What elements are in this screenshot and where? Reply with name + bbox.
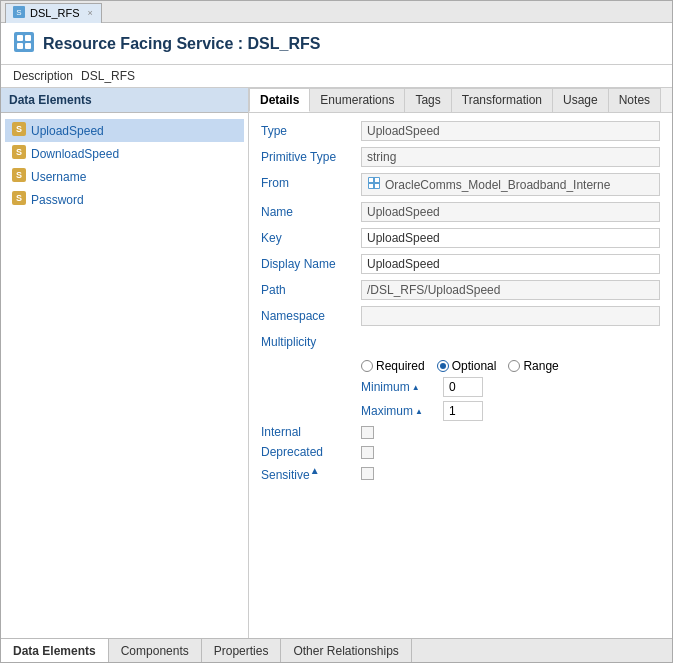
minimum-label: Minimum▲ bbox=[361, 380, 431, 394]
radio-optional-input[interactable] bbox=[437, 360, 449, 372]
display-name-value[interactable]: UploadSpeed bbox=[361, 254, 660, 274]
tree-item-icon-password: S bbox=[11, 190, 27, 209]
from-value: OracleComms_Model_Broadband_Interne bbox=[361, 173, 660, 196]
path-value: /DSL_RFS/UploadSpeed bbox=[361, 280, 660, 300]
radio-required[interactable]: Required bbox=[361, 359, 425, 373]
tab-label: DSL_RFS bbox=[30, 7, 80, 19]
dsl-rfs-tab[interactable]: S DSL_RFS × bbox=[5, 3, 102, 23]
maximum-sup: ▲ bbox=[415, 407, 423, 416]
tab-bar: S DSL_RFS × bbox=[1, 1, 672, 23]
tree-item-icon-username: S bbox=[11, 167, 27, 186]
svg-rect-3 bbox=[17, 35, 23, 41]
radio-optional[interactable]: Optional bbox=[437, 359, 497, 373]
details-content: Type UploadSpeed Primitive Type string F… bbox=[249, 113, 672, 638]
primitive-type-row: Primitive Type string bbox=[261, 147, 660, 167]
tree-item-uploadspeed[interactable]: S UploadSpeed bbox=[5, 119, 244, 142]
from-label: From bbox=[261, 173, 361, 190]
tab-details[interactable]: Details bbox=[249, 88, 310, 112]
tree-list: S UploadSpeed S DownloadSpeed bbox=[1, 113, 248, 638]
svg-rect-19 bbox=[375, 184, 379, 188]
header-icon bbox=[13, 31, 35, 56]
bottom-tab-data-elements[interactable]: Data Elements bbox=[1, 639, 109, 662]
bottom-tab-properties[interactable]: Properties bbox=[202, 639, 282, 662]
bottom-tab-components[interactable]: Components bbox=[109, 639, 202, 662]
sensitive-label: Sensitive▲ bbox=[261, 465, 361, 482]
maximum-input[interactable] bbox=[443, 401, 483, 421]
type-value: UploadSpeed bbox=[361, 121, 660, 141]
namespace-label: Namespace bbox=[261, 306, 361, 323]
page-header: Resource Facing Service : DSL_RFS bbox=[1, 23, 672, 65]
main-content: Data Elements S UploadSpeed bbox=[1, 88, 672, 638]
sensitive-checkbox[interactable] bbox=[361, 467, 374, 480]
multiplicity-radio-row: Required Optional Range bbox=[261, 355, 660, 377]
maximum-label: Maximum▲ bbox=[361, 404, 431, 418]
minimum-input[interactable] bbox=[443, 377, 483, 397]
minimum-row: Minimum▲ bbox=[261, 377, 660, 397]
svg-rect-2 bbox=[14, 32, 34, 52]
multiplicity-label: Multiplicity bbox=[261, 332, 361, 349]
description-label: Description bbox=[13, 69, 73, 83]
sensitive-sup: ▲ bbox=[310, 465, 320, 476]
name-label: Name bbox=[261, 202, 361, 219]
radio-optional-label: Optional bbox=[452, 359, 497, 373]
name-row: Name UploadSpeed bbox=[261, 202, 660, 222]
internal-row: Internal bbox=[261, 425, 660, 439]
internal-checkbox[interactable] bbox=[361, 426, 374, 439]
description-value: DSL_RFS bbox=[81, 69, 135, 83]
tab-notes[interactable]: Notes bbox=[608, 88, 661, 112]
svg-rect-17 bbox=[375, 178, 379, 182]
namespace-value[interactable] bbox=[361, 306, 660, 326]
svg-rect-5 bbox=[17, 43, 23, 49]
deprecated-label: Deprecated bbox=[261, 445, 361, 459]
tab-close-icon[interactable]: × bbox=[88, 8, 93, 18]
svg-text:S: S bbox=[16, 124, 22, 134]
from-icon bbox=[367, 176, 381, 193]
multiplicity-row: Multiplicity bbox=[261, 332, 660, 349]
type-label: Type bbox=[261, 121, 361, 138]
tree-item-icon-downloadspeed: S bbox=[11, 144, 27, 163]
deprecated-row: Deprecated bbox=[261, 445, 660, 459]
radio-required-input[interactable] bbox=[361, 360, 373, 372]
svg-rect-4 bbox=[25, 35, 31, 41]
path-row: Path /DSL_RFS/UploadSpeed bbox=[261, 280, 660, 300]
tab-usage[interactable]: Usage bbox=[552, 88, 609, 112]
left-panel: Data Elements S UploadSpeed bbox=[1, 88, 249, 638]
tab-enumerations[interactable]: Enumerations bbox=[309, 88, 405, 112]
svg-text:S: S bbox=[16, 170, 22, 180]
details-tabs: Details Enumerations Tags Transformation… bbox=[249, 88, 672, 113]
tree-item-username[interactable]: S Username bbox=[5, 165, 244, 188]
maximum-row: Maximum▲ bbox=[261, 401, 660, 421]
tab-tags[interactable]: Tags bbox=[404, 88, 451, 112]
minimum-sup: ▲ bbox=[412, 383, 420, 392]
internal-label: Internal bbox=[261, 425, 361, 439]
tree-item-label-username: Username bbox=[31, 170, 86, 184]
primitive-type-label: Primitive Type bbox=[261, 147, 361, 164]
page-title: Resource Facing Service : DSL_RFS bbox=[43, 35, 320, 53]
main-window: S DSL_RFS × Resource Facing Service : DS… bbox=[0, 0, 673, 663]
tree-item-label-uploadspeed: UploadSpeed bbox=[31, 124, 104, 138]
path-label: Path bbox=[261, 280, 361, 297]
svg-rect-18 bbox=[369, 184, 373, 188]
svg-rect-6 bbox=[25, 43, 31, 49]
key-row: Key UploadSpeed bbox=[261, 228, 660, 248]
bottom-tab-other-relationships[interactable]: Other Relationships bbox=[281, 639, 411, 662]
data-elements-header: Data Elements bbox=[1, 88, 248, 113]
tab-transformation[interactable]: Transformation bbox=[451, 88, 553, 112]
radio-range[interactable]: Range bbox=[508, 359, 558, 373]
radio-range-label: Range bbox=[523, 359, 558, 373]
tree-item-downloadspeed[interactable]: S DownloadSpeed bbox=[5, 142, 244, 165]
name-value: UploadSpeed bbox=[361, 202, 660, 222]
display-name-row: Display Name UploadSpeed bbox=[261, 254, 660, 274]
tree-item-password[interactable]: S Password bbox=[5, 188, 244, 211]
key-value[interactable]: UploadSpeed bbox=[361, 228, 660, 248]
from-row: From OracleComms_Model_Broadband_Int bbox=[261, 173, 660, 196]
key-label: Key bbox=[261, 228, 361, 245]
svg-text:S: S bbox=[16, 147, 22, 157]
tree-item-icon-uploadspeed: S bbox=[11, 121, 27, 140]
deprecated-checkbox[interactable] bbox=[361, 446, 374, 459]
radio-required-label: Required bbox=[376, 359, 425, 373]
svg-text:S: S bbox=[16, 193, 22, 203]
tab-icon: S bbox=[12, 5, 26, 21]
radio-range-input[interactable] bbox=[508, 360, 520, 372]
type-row: Type UploadSpeed bbox=[261, 121, 660, 141]
